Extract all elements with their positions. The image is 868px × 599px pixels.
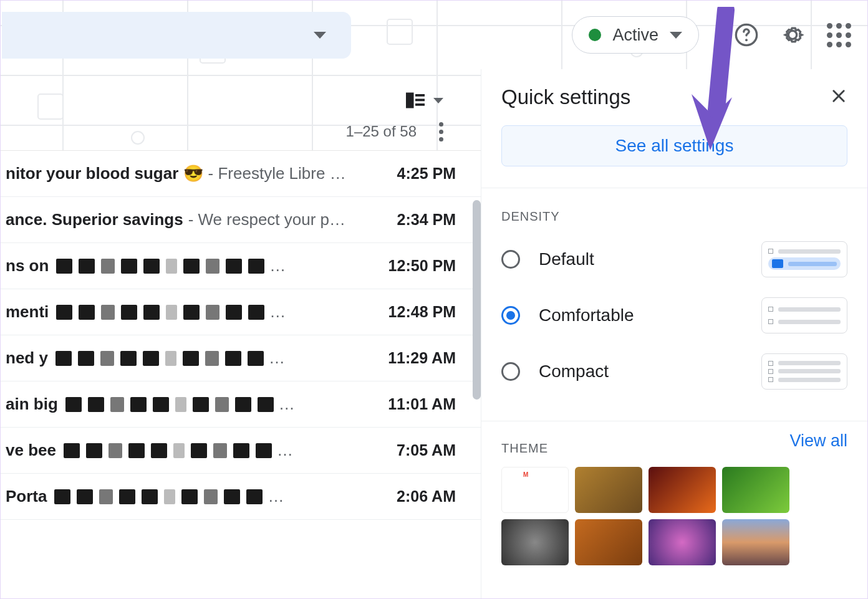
see-all-settings-button[interactable]: See all settings xyxy=(501,125,847,166)
theme-option-chess[interactable] xyxy=(575,467,642,513)
split-view-icon xyxy=(406,92,425,108)
density-label: Comfortable xyxy=(539,305,743,325)
mail-row[interactable]: ned y…11:29 AM xyxy=(1,335,481,381)
caret-down-icon xyxy=(670,32,682,39)
density-label: Default xyxy=(539,249,743,269)
mail-list: nitor your blood sugar 😎 - Freestyle Lib… xyxy=(1,150,481,520)
theme-option-beads[interactable] xyxy=(649,519,716,565)
view-mode-dropdown[interactable] xyxy=(406,92,443,108)
mail-row[interactable]: Porta…2:06 AM xyxy=(1,474,481,520)
help-icon xyxy=(734,22,759,47)
density-option-comfortable[interactable]: Comfortable xyxy=(501,287,847,343)
status-dot-icon xyxy=(589,29,601,41)
theme-option-canyon[interactable] xyxy=(649,467,716,513)
density-option-compact[interactable]: Compact xyxy=(501,343,847,400)
apps-grid-icon xyxy=(827,23,851,47)
settings-button[interactable] xyxy=(776,19,809,51)
help-button[interactable] xyxy=(730,19,763,51)
svg-rect-11 xyxy=(415,99,425,102)
apps-button[interactable] xyxy=(822,19,855,51)
radio-icon xyxy=(501,362,520,381)
panel-title: Quick settings xyxy=(501,85,630,109)
mail-row[interactable]: nitor your blood sugar 😎 - Freestyle Lib… xyxy=(1,151,481,197)
mail-row[interactable]: ns on …12:50 PM xyxy=(1,243,481,289)
more-menu-button[interactable] xyxy=(439,122,443,141)
divider xyxy=(481,188,867,188)
density-preview-icon xyxy=(761,241,847,277)
close-button[interactable] xyxy=(830,85,847,110)
scrollbar-thumb[interactable] xyxy=(473,200,481,400)
theme-option-green[interactable] xyxy=(722,467,789,513)
radio-icon xyxy=(501,250,520,269)
theme-option-default[interactable] xyxy=(501,467,569,513)
theme-grid xyxy=(501,467,847,565)
radio-icon xyxy=(501,306,520,325)
mail-row[interactable]: ain big…11:01 AM xyxy=(1,381,481,428)
mail-area: 1–25 of 58 nitor your blood sugar 😎 - Fr… xyxy=(1,69,481,598)
mail-row[interactable]: ve bee…7:05 AM xyxy=(1,428,481,474)
theme-section-title: THEME xyxy=(501,441,548,456)
svg-rect-12 xyxy=(415,103,425,106)
theme-view-all-link[interactable]: View all xyxy=(789,431,847,451)
status-dropdown[interactable]: Active xyxy=(572,16,699,54)
caret-down-icon xyxy=(433,98,443,103)
search-dropdown[interactable] xyxy=(2,12,351,59)
theme-option-pipes[interactable] xyxy=(501,519,569,565)
status-label: Active xyxy=(612,26,658,45)
mail-row[interactable]: ance. Superior savings - We respect your… xyxy=(1,197,481,243)
caret-down-icon xyxy=(314,32,326,39)
density-option-default[interactable]: Default xyxy=(501,231,847,287)
quick-settings-panel: Quick settings See all settings DENSITY … xyxy=(481,69,867,598)
divider xyxy=(481,421,867,421)
svg-point-8 xyxy=(745,39,748,41)
svg-rect-9 xyxy=(406,93,414,108)
theme-option-leaves[interactable] xyxy=(575,519,642,565)
density-section-title: DENSITY xyxy=(501,209,847,224)
svg-rect-10 xyxy=(415,94,425,97)
density-label: Compact xyxy=(539,362,743,381)
pagination-label: 1–25 of 58 xyxy=(346,123,417,140)
close-icon xyxy=(830,87,847,105)
density-preview-icon xyxy=(761,353,847,390)
theme-option-sunset[interactable] xyxy=(722,519,789,565)
gear-icon xyxy=(780,22,805,47)
density-preview-icon xyxy=(761,297,847,333)
mail-row[interactable]: menti…12:48 PM xyxy=(1,289,481,335)
